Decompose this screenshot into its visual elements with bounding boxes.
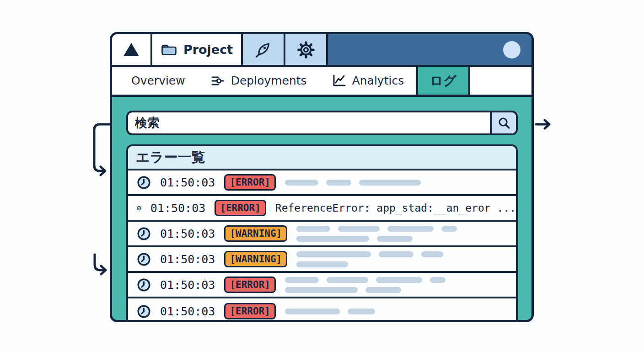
folder-icon: [161, 43, 177, 57]
gear-icon: [295, 39, 317, 60]
tab-logs-label: ログ: [430, 72, 456, 90]
tab-deployments-label: Deployments: [231, 74, 307, 87]
project-label: Project: [183, 43, 233, 57]
user-avatar[interactable]: [503, 41, 521, 58]
deploy-rocket-button[interactable]: [243, 34, 285, 65]
error-list-title: エラー一覧: [136, 148, 205, 167]
log-timestamp: 01:50:03: [160, 305, 215, 318]
log-level-badge: [ERROR]: [224, 303, 276, 319]
clock-icon: [137, 227, 151, 241]
app-logo-button[interactable]: [112, 34, 152, 65]
tab-deployments[interactable]: Deployments: [210, 67, 307, 95]
tab-bar: Overview Deployments Analyt: [112, 67, 531, 97]
tab-overview-label: Overview: [131, 74, 185, 87]
tab-analytics-label: Analytics: [352, 74, 404, 87]
project-title[interactable]: Project: [152, 34, 243, 65]
account-strip: [328, 34, 531, 65]
log-message-text: ReferenceError: app_stad:__an_eror ...: [275, 202, 516, 214]
clock-icon: [137, 252, 151, 266]
clock-icon: [137, 201, 141, 215]
rocket-icon: [253, 39, 274, 60]
error-list-panel: エラー一覧 01:50:03 [ERROR]: [126, 144, 518, 322]
logs-content-panel: エラー一覧 01:50:03 [ERROR]: [112, 97, 531, 322]
tab-logs-active[interactable]: ログ: [416, 67, 470, 95]
app-window: Project: [110, 32, 534, 322]
log-level-badge: [ERROR]: [224, 277, 276, 293]
tab-overview[interactable]: Overview: [131, 67, 185, 95]
flow-arrow-right: [536, 120, 549, 128]
log-row[interactable]: 01:50:03 [ERROR] ReferenceError: app_sta…: [128, 196, 516, 222]
clock-icon: [137, 278, 151, 292]
log-message-skeleton: [285, 180, 421, 186]
clock-icon: [137, 304, 151, 319]
log-timestamp: 01:50:03: [160, 278, 215, 292]
log-message-skeleton: [296, 251, 443, 267]
log-message-skeleton: [285, 277, 445, 293]
sliders-icon: [210, 74, 225, 88]
flow-arrow-left-down: [95, 255, 106, 274]
search-input[interactable]: [128, 112, 490, 133]
log-timestamp: 01:50:03: [160, 227, 215, 240]
log-search-bar: [126, 111, 518, 135]
log-message-skeleton: [296, 226, 457, 242]
log-row[interactable]: 01:50:03 [WARNING]: [128, 247, 516, 273]
log-level-badge: [ERROR]: [215, 200, 266, 216]
flow-arrow-left-elbow: [94, 124, 110, 175]
log-row[interactable]: 01:50:03 [ERROR]: [128, 273, 516, 298]
log-timestamp: 01:50:03: [160, 253, 215, 266]
log-level-badge: [WARNING]: [224, 225, 287, 242]
tab-bar-spacer: [470, 67, 531, 95]
log-row[interactable]: 01:50:03 [WARNING]: [128, 222, 516, 247]
log-level-badge: [WARNING]: [224, 251, 287, 267]
window-topbar: Project: [112, 34, 531, 67]
log-row[interactable]: 01:50:03 [ERROR]: [128, 298, 516, 322]
error-list-header: エラー一覧: [128, 146, 516, 170]
clock-icon: [137, 176, 151, 190]
log-timestamp: 01:50:03: [150, 202, 205, 215]
log-message-skeleton: [285, 308, 375, 314]
search-icon: [497, 116, 511, 130]
triangle-logo-icon: [123, 42, 140, 58]
line-chart-icon: [332, 74, 347, 88]
log-level-badge: [ERROR]: [224, 174, 276, 191]
log-timestamp: 01:50:03: [160, 176, 215, 189]
search-button[interactable]: [490, 112, 516, 133]
log-row[interactable]: 01:50:03 [ERROR]: [128, 170, 516, 196]
tab-analytics[interactable]: Analytics: [332, 67, 404, 95]
settings-button[interactable]: [285, 34, 328, 65]
